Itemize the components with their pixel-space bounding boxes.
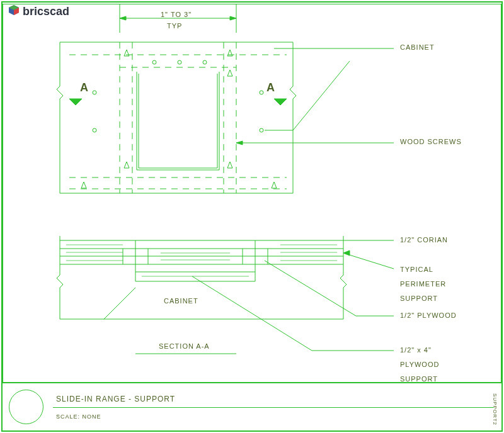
- label-support-3: SUPPORT: [400, 375, 438, 383]
- label-perimeter-3: SUPPORT: [400, 295, 438, 302]
- label-perimeter-1: TYPICAL: [400, 266, 433, 273]
- svg-line-61: [343, 253, 394, 269]
- svg-point-17: [152, 60, 156, 64]
- svg-line-63: [265, 261, 356, 316]
- plan-view: [3, 4, 501, 382]
- svg-marker-25: [227, 162, 232, 168]
- svg-marker-4: [230, 16, 236, 20]
- drawing-code: SUPPORT2: [492, 393, 498, 425]
- svg-marker-27: [81, 182, 86, 188]
- drawing-scale: SCALE: NONE: [56, 413, 101, 420]
- svg-marker-62: [343, 250, 350, 256]
- svg-marker-29: [69, 99, 82, 105]
- svg-point-15: [93, 91, 96, 94]
- svg-point-21: [260, 128, 263, 132]
- svg-point-16: [93, 128, 96, 132]
- label-support-1: 1/2" x 4": [400, 346, 432, 354]
- titleblock-circle: [9, 390, 43, 424]
- drawing-area: 1" TO 3" TYP A A CABINET WOOD SCREWS 1/2…: [3, 4, 501, 383]
- svg-point-18: [178, 60, 181, 64]
- label-wood-screws: WOOD SCREWS: [400, 138, 462, 145]
- svg-line-65: [192, 276, 312, 351]
- svg-marker-23: [124, 162, 129, 168]
- titleblock: SLIDE-IN RANGE - SUPPORT SCALE: NONE SUP…: [3, 383, 501, 430]
- svg-marker-26: [227, 70, 232, 76]
- label-perimeter-2: PERIMETER: [400, 280, 446, 288]
- label-cabinet-section: CABINET: [164, 297, 198, 305]
- label-corian: 1/2" CORIAN: [400, 236, 448, 244]
- titleblock-divider: [53, 407, 494, 408]
- section-title: SECTION A-A: [159, 342, 210, 350]
- dim-text: 1" TO 3": [161, 11, 192, 18]
- drawing-title: SLIDE-IN RANGE - SUPPORT: [56, 395, 175, 403]
- dim-typ: TYP: [167, 22, 182, 30]
- label-support-2: PLYWOOD: [400, 361, 439, 368]
- svg-line-34: [293, 61, 350, 130]
- section-mark-a-left: A: [80, 81, 89, 94]
- svg-line-67: [104, 288, 135, 319]
- svg-marker-28: [272, 182, 277, 188]
- svg-marker-36: [236, 141, 243, 145]
- svg-point-19: [203, 60, 207, 64]
- svg-marker-3: [120, 16, 126, 20]
- label-cabinet-top: CABINET: [400, 43, 435, 51]
- svg-point-20: [260, 91, 263, 94]
- label-plywood: 1/2" PLYWOOD: [400, 312, 457, 319]
- section-mark-a-right: A: [266, 81, 275, 94]
- svg-marker-30: [274, 99, 287, 105]
